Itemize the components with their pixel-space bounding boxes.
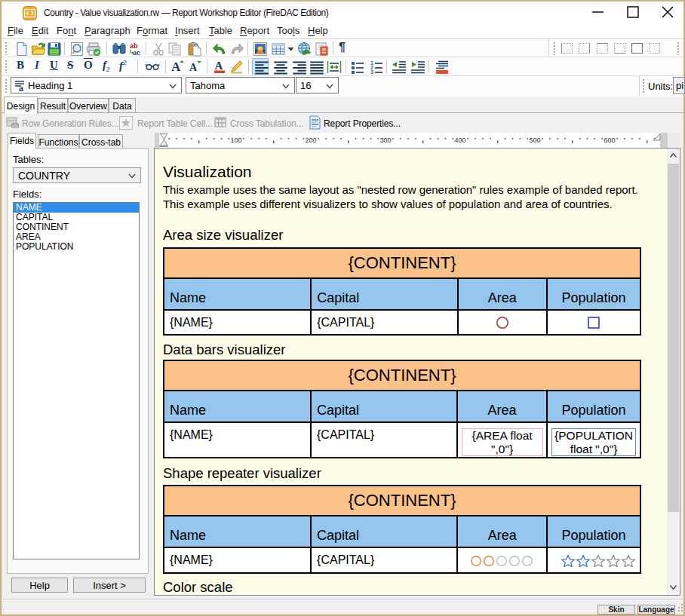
- svg-text:3: 3: [370, 69, 373, 75]
- svg-text:300: 300: [379, 136, 391, 144]
- svg-text:a: a: [19, 83, 23, 92]
- svg-text:400: 400: [454, 136, 465, 144]
- svg-text:500: 500: [529, 136, 540, 144]
- svg-text:A: A: [171, 60, 181, 74]
- svg-text:A: A: [215, 60, 223, 72]
- svg-text:200: 200: [305, 136, 316, 144]
- svg-text:600: 600: [604, 136, 615, 144]
- svg-text:ac: ac: [133, 49, 140, 57]
- svg-text:100: 100: [230, 136, 241, 144]
- svg-text:A: A: [189, 62, 198, 73]
